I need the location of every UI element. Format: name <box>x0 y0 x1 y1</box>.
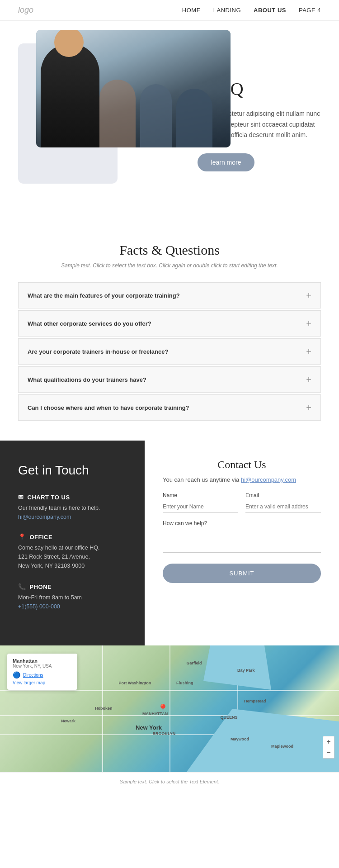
faq-subtitle: Sample text. Click to select the text bo… <box>18 262 321 269</box>
faq-item-3[interactable]: Are your corporate trainers in-house or … <box>18 338 321 365</box>
faq-item-2[interactable]: What other corporate services do you off… <box>18 310 321 337</box>
map-label-baypark: Bay Park <box>237 668 255 673</box>
map-label-fortlee: Port Washington <box>119 681 151 685</box>
map-popup-sub: New York, NY, USA <box>13 664 72 669</box>
faq-question-3: Are your corporate trainers in-house or … <box>28 348 168 355</box>
map-label-newyork: New York <box>136 724 162 731</box>
map-label-hempstead: Maplewood <box>271 744 293 749</box>
map-popup-title: Manhattan <box>13 658 72 664</box>
chart-email-link[interactable]: hi@ourcompany.com <box>18 514 71 520</box>
water-area2 <box>203 645 271 690</box>
chart-label: CHART TO US <box>28 494 70 501</box>
person-bg3 <box>176 89 212 147</box>
nav-link-page4[interactable]: PAGE 4 <box>299 7 321 14</box>
nav-links: HOME LANDING ABOUT US PAGE 4 <box>182 7 321 14</box>
map-pin: 📍 <box>157 703 169 714</box>
learn-more-button[interactable]: learn more <box>198 153 255 171</box>
map-zoom-controls: + − <box>323 736 334 759</box>
nav-link-landing[interactable]: LANDING <box>213 7 241 14</box>
help-label: How can we help? <box>163 520 321 526</box>
faq-section: Facts & Questions Sample text. Click to … <box>0 215 339 441</box>
footer: Sample text. Click to select the Text El… <box>0 772 339 791</box>
phone-icon: 📞 <box>18 583 26 590</box>
contact-left-title: Get in Touch <box>18 463 127 478</box>
map-label-brooklyn: BROOKLYN <box>153 731 176 736</box>
faq-question-4: What qualifications do your trainers hav… <box>28 376 146 383</box>
contact-item-phone: 📞 PHONE Mon-Fri from 8am to 5am +1(555) … <box>18 583 127 610</box>
email-label: Email <box>245 492 321 498</box>
person-main <box>41 43 99 147</box>
name-input[interactable] <box>163 501 238 513</box>
faq-item-4[interactable]: What qualifications do your trainers hav… <box>18 366 321 393</box>
zoom-out-button[interactable]: − <box>323 747 334 758</box>
faq-plus-5: + <box>306 403 311 412</box>
map-label-hoboken: Hoboken <box>95 706 113 711</box>
map-label-longisland: Maywood <box>231 737 249 741</box>
contact-right: Contact Us You can reach us anytime via … <box>145 441 339 645</box>
map-background: MANHATTAN BROOKLYN QUEENS Newark New Yor… <box>0 645 339 772</box>
chart-desc: Our friendly team is here to help. <box>18 503 127 512</box>
map-label-newark: Newark <box>61 719 75 723</box>
map-label-flushing: Hempstead <box>244 699 266 703</box>
map-label-bronx: Flushing <box>176 681 193 685</box>
name-label: Name <box>163 492 238 498</box>
submit-button[interactable]: SUBMIT <box>163 564 321 583</box>
contact-item-office: 📍 OFFICE Come say hello at our office HQ… <box>18 533 127 570</box>
faq-title: Facts & Questions <box>18 242 321 258</box>
footer-text: Sample text. Click to select the Text El… <box>18 779 321 784</box>
map-section: MANHATTAN BROOKLYN QUEENS Newark New Yor… <box>0 645 339 772</box>
location-icon: 📍 <box>18 533 26 541</box>
zoom-in-button[interactable]: + <box>323 736 334 747</box>
hero-img-main <box>36 30 231 147</box>
faq-question-5: Can I choose where and when to have corp… <box>28 404 189 411</box>
faq-list: What are the main features of your corpo… <box>18 282 321 421</box>
faq-question-1: What are the main features of your corpo… <box>28 292 180 299</box>
phone-label: PHONE <box>30 583 52 590</box>
form-row-name-email: Name Email <box>163 492 321 513</box>
navbar: logo HOME LANDING ABOUT US PAGE 4 <box>0 0 339 21</box>
person-bg1 <box>99 80 136 147</box>
faq-plus-4: + <box>306 375 311 384</box>
contact-chart-header: ✉ CHART TO US <box>18 493 127 501</box>
office-desc: Come say hello at our office HQ.121 Rock… <box>18 543 127 570</box>
email-input[interactable] <box>245 501 321 513</box>
contact-section: Get in Touch ✉ CHART TO US Our friendly … <box>0 441 339 645</box>
map-label-queens: QUEENS <box>221 715 238 720</box>
road-v2 <box>170 645 170 772</box>
hero-image-wrapper <box>18 43 118 184</box>
map-popup-dir: 🔵 Directions <box>13 671 72 678</box>
faq-item-5[interactable]: Can I choose where and when to have corp… <box>18 394 321 421</box>
email-icon: ✉ <box>18 493 24 501</box>
contact-phone-header: 📞 PHONE <box>18 583 127 590</box>
hero-section: FAQ Lorem ipsum dolor sit amet, consecte… <box>0 21 339 215</box>
directions-icon: 🔵 <box>13 671 20 678</box>
faq-plus-2: + <box>306 319 311 328</box>
form-group-email: Email <box>245 492 321 513</box>
form-group-name: Name <box>163 492 238 513</box>
directions-link[interactable]: Directions <box>23 673 43 678</box>
faq-plus-3: + <box>306 347 311 356</box>
nav-link-about[interactable]: ABOUT US <box>254 7 286 14</box>
office-image <box>36 30 231 147</box>
faq-item-1[interactable]: What are the main features of your corpo… <box>18 282 321 308</box>
nav-logo: logo <box>18 5 33 15</box>
office-label: OFFICE <box>30 534 53 541</box>
contact-email-link[interactable]: hi@ourcompany.com <box>241 476 296 483</box>
contact-office-header: 📍 OFFICE <box>18 533 127 541</box>
contact-right-title: Contact Us <box>163 459 321 471</box>
view-larger-map-link[interactable]: View larger map <box>13 680 72 685</box>
nav-link-home[interactable]: HOME <box>182 7 201 14</box>
phone-desc: Mon-Fri from 8am to 5am <box>18 593 127 602</box>
phone-number-link[interactable]: +1(555) 000-000 <box>18 603 60 610</box>
person-bg2 <box>140 84 172 147</box>
contact-item-chart: ✉ CHART TO US Our friendly team is here … <box>18 493 127 521</box>
water-area <box>187 709 339 772</box>
map-label-garfield: Garfield <box>187 661 202 665</box>
contact-left: Get in Touch ✉ CHART TO US Our friendly … <box>0 441 145 645</box>
contact-intro: You can reach us anytime via hi@ourcompa… <box>163 476 321 483</box>
help-textarea[interactable] <box>163 530 321 553</box>
faq-question-2: What other corporate services do you off… <box>28 320 151 327</box>
faq-plus-1: + <box>306 291 311 300</box>
map-popup: Manhattan New York, NY, USA 🔵 Directions… <box>7 654 77 690</box>
